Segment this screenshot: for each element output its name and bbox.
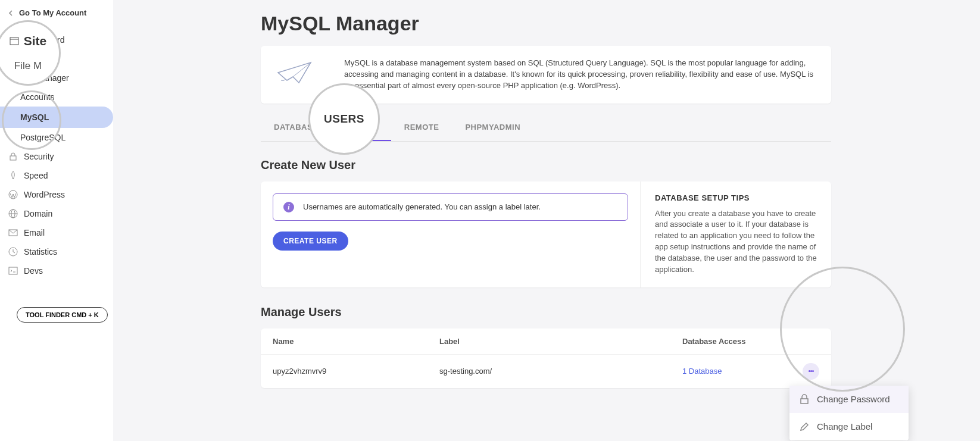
main-content: MySQL Manager MySQL is a database manage… (113, 0, 980, 441)
create-user-card: i Usernames are automatically generated.… (261, 182, 831, 287)
sidebar-item-statistics[interactable]: Statistics (0, 242, 113, 261)
info-icon: i (283, 201, 295, 213)
sidebar-item-label: Devs (24, 266, 43, 276)
row-actions-dropdown: Change Password Change Label (789, 386, 909, 440)
sidebar-item-domain[interactable]: Domain (0, 204, 113, 223)
cell-label: sg-testing.com/ (439, 367, 682, 376)
sidebar-item-devs[interactable]: Devs (0, 261, 113, 280)
info-description: MySQL is a database management system ba… (344, 58, 817, 92)
sidebar-item-label: WordPress (24, 190, 65, 199)
row-actions-button[interactable] (803, 363, 819, 380)
dropdown-change-password[interactable]: Change Password (789, 386, 909, 413)
info-notice: i Usernames are automatically generated.… (273, 193, 628, 221)
table-row: upyz2vhzmvrv9 sg-testing.com/ 1 Database… (261, 355, 831, 388)
create-user-button[interactable]: CREATE USER (273, 232, 348, 251)
sidebar-item-dashboard[interactable]: Dashboard (0, 30, 113, 49)
col-label: Label (439, 337, 682, 346)
tab-phpmyadmin[interactable]: PHPMYADMIN (452, 114, 533, 141)
sidebar-item-mysql[interactable]: MySQL (0, 107, 113, 128)
sidebar-item-label: Accounts (20, 92, 55, 102)
tab-users[interactable]: USERS (336, 114, 391, 141)
rocket-icon (8, 171, 18, 180)
sidebar-item-security[interactable]: Security (0, 147, 113, 166)
sidebar-item-site[interactable]: Site (0, 49, 113, 68)
paper-plane-icon (275, 58, 316, 87)
svg-rect-13 (9, 267, 17, 274)
sidebar-item-label: Speed (24, 171, 48, 180)
svg-rect-3 (14, 40, 17, 44)
svg-rect-6 (10, 156, 16, 160)
pencil-icon (799, 421, 810, 432)
sidebar-item-label: Domain (24, 209, 52, 218)
tab-databases[interactable]: DATABASES (261, 114, 336, 141)
dropdown-change-label[interactable]: Change Label (789, 413, 909, 440)
col-actions: Actions (772, 337, 819, 346)
lock-icon (8, 152, 18, 161)
sidebar-item-label: MySQL (20, 112, 49, 122)
globe-icon (8, 209, 18, 218)
terminal-icon (8, 266, 18, 276)
col-dbaccess: Database Access (682, 337, 772, 346)
sidebar-item-postgresql[interactable]: PostgreSQL (0, 128, 113, 147)
sidebar-item-speed[interactable]: Speed (0, 166, 113, 185)
svg-rect-0 (9, 36, 13, 39)
dropdown-item-label: Change Label (817, 421, 872, 431)
svg-rect-1 (14, 36, 17, 39)
goto-label: Go To My Account (19, 8, 86, 17)
cell-name: upyz2vhzmvrv9 (273, 367, 439, 376)
arrow-left-icon (8, 10, 14, 16)
manage-users-card: Name Label Database Access Actions upyz2… (261, 329, 831, 388)
sidebar: Go To My Account Dashboard Site File Man… (0, 0, 113, 441)
sidebar-item-label: Email (24, 228, 45, 237)
manage-users-title: Manage Users (261, 305, 831, 319)
svg-rect-16 (801, 399, 808, 404)
create-user-title: Create New User (261, 158, 831, 172)
clock-icon (8, 247, 18, 257)
go-to-my-account-link[interactable]: Go To My Account (0, 8, 113, 30)
create-user-left: i Usernames are automatically generated.… (261, 182, 641, 287)
tips-panel: DATABASE SETUP TIPS After you create a d… (641, 182, 831, 287)
col-name: Name (273, 337, 439, 346)
sidebar-item-label: PostgreSQL (20, 133, 65, 142)
sidebar-item-label: Statistics (24, 247, 57, 257)
sidebar-item-label: Security (24, 152, 54, 161)
sidebar-item-label: Dashboard (24, 35, 65, 45)
tips-body: After you create a database you have to … (655, 208, 817, 276)
database-access-link[interactable]: 1 Database (682, 367, 722, 376)
tabs: DATABASES USERS REMOTE PHPMYADMIN (261, 114, 831, 142)
page-title: MySQL Manager (261, 12, 831, 35)
sidebar-item-label: Site (24, 54, 39, 64)
window-icon (8, 54, 18, 64)
info-card: MySQL is a database management system ba… (261, 46, 831, 104)
sidebar-item-email[interactable]: Email (0, 223, 113, 242)
sidebar-item-accounts[interactable]: Accounts (0, 87, 113, 107)
dropdown-item-label: Change Password (817, 394, 890, 404)
svg-rect-4 (9, 55, 17, 62)
wordpress-icon (8, 190, 18, 199)
tips-title: DATABASE SETUP TIPS (655, 193, 817, 202)
lock-icon (799, 394, 810, 405)
tool-finder-button[interactable]: TOOL FINDER CMD + K (17, 307, 108, 323)
notice-text: Usernames are automatically generated. Y… (303, 202, 541, 211)
envelope-icon (8, 228, 18, 237)
sidebar-item-label: File Manager (20, 73, 69, 83)
users-table-head: Name Label Database Access Actions (261, 329, 831, 355)
sidebar-item-file-manager[interactable]: File Manager (0, 68, 113, 87)
tab-remote[interactable]: REMOTE (391, 114, 452, 141)
dashboard-icon (8, 35, 18, 45)
sidebar-item-wordpress[interactable]: WordPress (0, 185, 113, 204)
svg-rect-2 (9, 40, 13, 44)
